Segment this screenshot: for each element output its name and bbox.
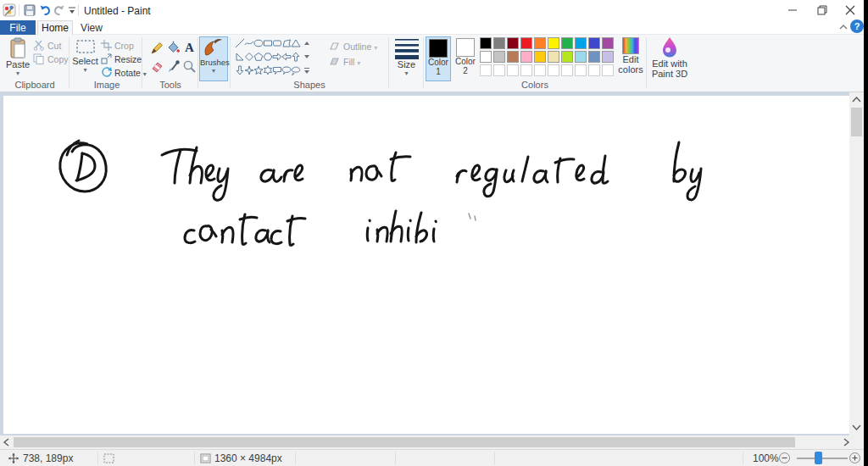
resize-label[interactable]: Resize (114, 54, 142, 64)
rotate-label[interactable]: Rotate ▾ (114, 68, 147, 78)
shape-cloud-callout[interactable] (291, 65, 301, 75)
help-icon[interactable]: ? (850, 19, 864, 33)
status-separator (395, 452, 396, 465)
scroll-up-arrow[interactable] (849, 95, 864, 105)
zoom-slider-thumb[interactable] (815, 452, 822, 464)
vertical-scrollbar[interactable] (849, 92, 864, 435)
scroll-right-arrow[interactable] (841, 437, 851, 447)
eraser-tool-icon[interactable] (150, 59, 164, 74)
colors-group-label: Colors (426, 80, 644, 90)
outline-label[interactable]: Outline ▾ (343, 42, 377, 52)
zoom-out-button[interactable] (779, 452, 790, 463)
quick-access-dropdown[interactable] (67, 6, 77, 16)
tab-home[interactable]: Home (37, 20, 73, 35)
image-size-icon (200, 453, 211, 463)
tab-file[interactable]: File (0, 20, 36, 35)
collapse-ribbon-icon[interactable] (838, 23, 849, 31)
cut-label[interactable]: Cut (47, 41, 61, 51)
palette-empty-slot[interactable] (480, 64, 492, 76)
outline-icon[interactable] (329, 41, 340, 51)
drawing-canvas[interactable] (3, 96, 849, 434)
color2-swatch (456, 38, 475, 57)
restore-button[interactable] (808, 0, 837, 20)
status-bar: 738, 189px 1360 × 4984px 100% (0, 449, 864, 466)
color2-button[interactable]: Color 2 (453, 36, 478, 81)
close-button[interactable] (836, 0, 864, 20)
status-separator (194, 452, 195, 465)
copy-label[interactable]: Copy (47, 54, 69, 64)
palette-empty-slot[interactable] (602, 64, 614, 76)
palette-color-#ffffff[interactable] (480, 51, 492, 63)
palette-color-#ffc90e[interactable] (534, 51, 546, 63)
brushes-button[interactable]: Brushes ▾ (199, 36, 228, 81)
paste-button[interactable]: Paste ▾ (4, 37, 31, 80)
palette-color-#00a2e8[interactable] (575, 37, 587, 49)
edit-colors-icon (622, 37, 639, 54)
shape-up-arrow[interactable] (291, 52, 301, 62)
edit-colors-button[interactable]: Edit colors (615, 37, 646, 80)
palette-empty-slot[interactable] (493, 64, 505, 76)
palette-color-#7f7f7f[interactable] (493, 37, 505, 49)
palette-color-#99d9ea[interactable] (575, 51, 587, 63)
paste-label: Paste (4, 59, 31, 69)
shape-triangle[interactable] (291, 38, 301, 48)
pencil-tool-icon[interactable] (150, 41, 164, 55)
palette-empty-slot[interactable] (588, 64, 600, 76)
palette-color-#ffaec9[interactable] (520, 51, 532, 63)
size-button[interactable]: Size ▾ (391, 37, 422, 80)
fill-tool-icon[interactable] (166, 41, 181, 55)
palette-color-#fff200[interactable] (548, 37, 559, 49)
handwriting-ink (3, 96, 849, 434)
palette-color-#22b14c[interactable] (561, 37, 573, 49)
cut-icon[interactable] (33, 40, 45, 51)
tab-view[interactable]: View (75, 20, 108, 35)
minimize-button[interactable] (778, 0, 807, 20)
fill-icon[interactable] (329, 56, 340, 66)
vertical-scrollbar-thumb[interactable] (851, 108, 862, 136)
copy-icon[interactable] (33, 53, 45, 64)
palette-empty-slot[interactable] (548, 64, 559, 76)
crop-icon[interactable] (101, 40, 112, 51)
fill-label[interactable]: Fill ▾ (343, 57, 360, 67)
color-picker-tool-icon[interactable] (166, 59, 181, 74)
scroll-down-arrow[interactable] (849, 423, 864, 433)
palette-color-#efe4b0[interactable] (548, 51, 559, 63)
palette-color-#b97a57[interactable] (507, 51, 519, 63)
palette-color-#b5e61d[interactable] (561, 51, 573, 63)
palette-color-#c8bfe7[interactable] (602, 51, 614, 63)
color1-button[interactable]: Color 1 (426, 36, 451, 81)
select-button[interactable]: Select ▾ (71, 37, 99, 80)
horizontal-scrollbar-thumb[interactable] (14, 437, 795, 447)
paint3d-label-line1: Edit with (649, 58, 690, 69)
crop-label[interactable]: Crop (114, 41, 134, 51)
save-button[interactable] (23, 3, 36, 17)
palette-empty-slot[interactable] (507, 64, 519, 76)
palette-color-#880015[interactable] (507, 37, 519, 49)
workspace (0, 92, 864, 435)
palette-color-#ed1c24[interactable] (520, 37, 532, 49)
resize-icon[interactable] (101, 53, 112, 64)
undo-button[interactable] (38, 3, 52, 17)
redo-button[interactable] (53, 3, 66, 17)
palette-color-#ff7f27[interactable] (534, 37, 546, 49)
palette-empty-slot[interactable] (534, 64, 546, 76)
palette-color-#a349a4[interactable] (602, 37, 614, 49)
palette-empty-slot[interactable] (561, 64, 573, 76)
palette-color-#3f48cc[interactable] (588, 37, 600, 49)
shapes-scroll-up-icon[interactable] (303, 40, 311, 47)
shapes-more-icon[interactable] (303, 67, 311, 75)
zoom-slider-track[interactable] (797, 458, 848, 459)
palette-empty-slot[interactable] (575, 64, 587, 76)
scroll-left-arrow[interactable] (2, 437, 12, 447)
magnifier-tool-icon[interactable] (182, 59, 197, 74)
zoom-in-button[interactable] (849, 452, 860, 463)
rotate-icon[interactable] (101, 67, 112, 78)
edit-with-paint3d-button[interactable]: Edit with Paint 3D (649, 36, 690, 81)
palette-color-#c3c3c3[interactable] (493, 51, 505, 63)
palette-empty-slot[interactable] (520, 64, 532, 76)
shapes-scroll-down-icon[interactable] (303, 53, 311, 60)
select-dropdown-arrow: ▾ (83, 66, 86, 74)
palette-color-#000000[interactable] (480, 37, 492, 49)
palette-color-#7092be[interactable] (588, 51, 600, 63)
text-tool-icon[interactable]: A (182, 40, 197, 54)
